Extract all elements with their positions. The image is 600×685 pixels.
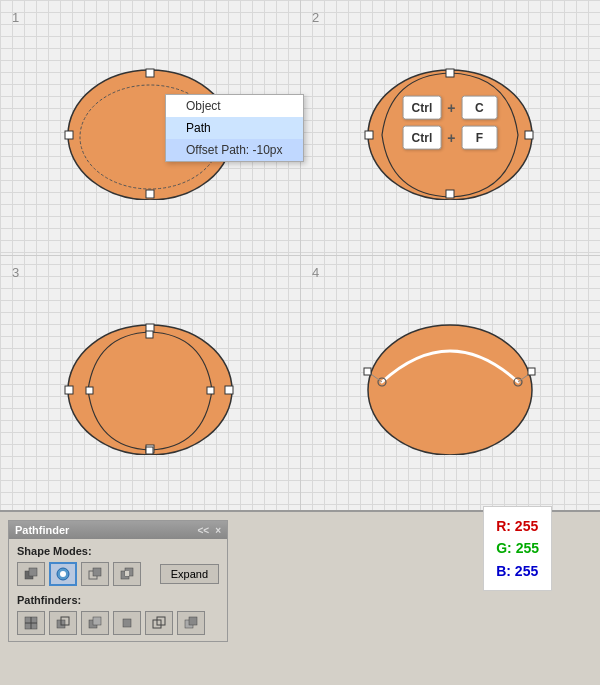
panel-collapse-btn[interactable]: <<	[197, 525, 209, 536]
svg-rect-9	[525, 131, 533, 139]
shortcuts-panel: Ctrl + C Ctrl + F	[403, 95, 498, 149]
expand-button[interactable]: Expand	[160, 564, 219, 584]
svg-rect-2	[65, 131, 73, 139]
quadrant-2: 2 Ctrl + C Ctrl + F	[300, 0, 600, 255]
color-r-value: R: 255	[496, 515, 539, 537]
menu-item-offset-path[interactable]: Offset Path: -10px	[166, 139, 303, 161]
shortcut-row-1: Ctrl + C	[403, 95, 498, 119]
shortcut-row-2: Ctrl + F	[403, 125, 498, 149]
panel-controls: << ×	[197, 525, 221, 536]
svg-point-30	[60, 571, 66, 577]
color-info-panel: R: 255 G: 255 B: 255	[483, 506, 552, 591]
menu-item-object[interactable]: Object	[166, 95, 303, 117]
minus-back-button[interactable]	[177, 611, 205, 635]
plus-1: +	[447, 99, 455, 115]
svg-rect-32	[93, 568, 101, 576]
svg-rect-8	[365, 131, 373, 139]
shape-modes-label: Shape Modes:	[17, 545, 219, 557]
merge-button[interactable]	[81, 611, 109, 635]
svg-rect-18	[207, 387, 214, 394]
svg-rect-43	[123, 619, 131, 627]
svg-rect-16	[146, 331, 153, 338]
svg-rect-4	[146, 190, 154, 198]
svg-rect-19	[146, 447, 153, 454]
shape-modes-row: Expand	[17, 562, 219, 586]
svg-rect-25	[364, 368, 371, 375]
svg-rect-17	[86, 387, 93, 394]
context-menu[interactable]: Object Path Offset Path: -10px	[165, 94, 304, 162]
pathfinder-panel: Pathfinder << × Shape Modes:	[8, 520, 228, 642]
exclude-button[interactable]	[113, 562, 141, 586]
color-b-value: B: 255	[496, 560, 539, 582]
svg-rect-13	[65, 386, 73, 394]
svg-rect-42	[93, 617, 101, 625]
unite-button[interactable]	[17, 562, 45, 586]
quadrant-4: 4	[300, 255, 600, 510]
step-4-number: 4	[312, 265, 319, 280]
egg-svg-3	[60, 310, 240, 455]
c-key: C	[461, 95, 497, 119]
crop-button[interactable]	[113, 611, 141, 635]
egg-shape-3	[60, 310, 240, 455]
svg-rect-28	[29, 568, 37, 576]
svg-rect-7	[446, 69, 454, 77]
svg-rect-1	[146, 69, 154, 77]
color-g-value: G: 255	[496, 537, 539, 559]
step-2-number: 2	[312, 10, 319, 25]
step-3-number: 3	[12, 265, 19, 280]
svg-rect-47	[189, 617, 197, 625]
panel-close-btn[interactable]: ×	[215, 525, 221, 536]
step-1-number: 1	[12, 10, 19, 25]
menu-item-path[interactable]: Path	[166, 117, 303, 139]
svg-rect-35	[125, 571, 129, 576]
egg-svg-4	[360, 310, 540, 455]
quadrant-1: 1 Object Path Offset Path: -10px	[0, 0, 300, 255]
panel-body: Shape Modes:	[9, 539, 227, 641]
minus-front-button[interactable]	[49, 562, 77, 586]
pathfinders-row	[17, 611, 219, 635]
egg-shape-4	[360, 310, 540, 455]
trim-button[interactable]	[49, 611, 77, 635]
panel-title: Pathfinder	[15, 524, 69, 536]
quadrant-3: 3	[0, 255, 300, 510]
bottom-panel: Pathfinder << × Shape Modes:	[0, 510, 600, 685]
svg-rect-26	[528, 368, 535, 375]
ctrl-key-2: Ctrl	[403, 125, 442, 149]
svg-rect-14	[225, 386, 233, 394]
svg-point-20	[368, 325, 532, 455]
f-key: F	[461, 125, 497, 149]
ctrl-key-1: Ctrl	[403, 95, 442, 119]
svg-rect-10	[446, 190, 454, 198]
plus-2: +	[447, 129, 455, 145]
intersect-button[interactable]	[81, 562, 109, 586]
panel-titlebar: Pathfinder << ×	[9, 521, 227, 539]
pathfinders-label: Pathfinders:	[17, 594, 219, 606]
divide-button[interactable]	[17, 611, 45, 635]
quadrant-area: 1 Object Path Offset Path: -10px 2	[0, 0, 600, 510]
outline-button[interactable]	[145, 611, 173, 635]
